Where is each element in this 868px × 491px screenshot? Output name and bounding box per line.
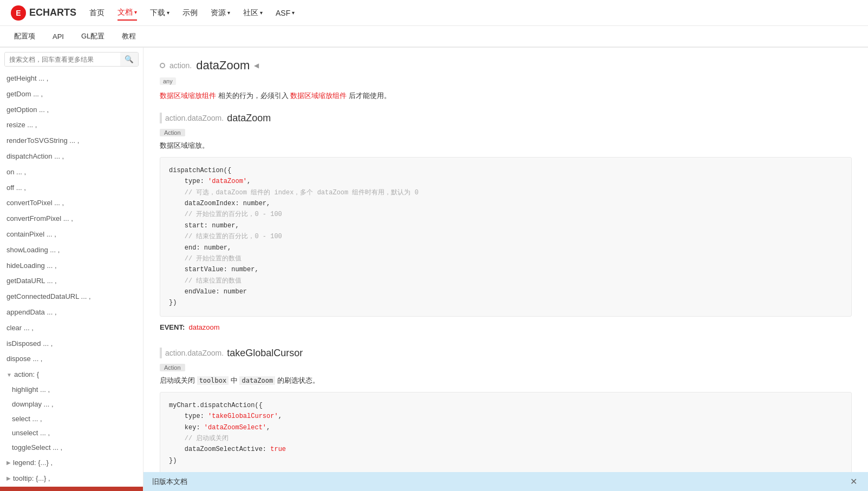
main-title-prefix: action. — [169, 61, 192, 70]
desc-link1[interactable]: 数据区域缩放组件 — [160, 91, 216, 100]
sidebar-item-getDataURL[interactable]: getDataURL ... , — [0, 273, 143, 289]
code-block-2: myChart.dispatchAction({ type: 'takeGlob… — [160, 392, 852, 474]
sidebar: 🔍 getHeight ... , getDom ... , getOption… — [0, 48, 143, 491]
old-version-text: 旧版本文档 — [152, 477, 187, 487]
sidebar-item-downplay[interactable]: downplay ... , — [0, 397, 143, 412]
sidebar-item-hideLoading[interactable]: hideLoading ... , — [0, 258, 143, 274]
sub-prefix-1: action.dataZoom. — [165, 114, 224, 122]
subnav-gl[interactable]: GL配置 — [73, 25, 113, 47]
desc-link2[interactable]: 数据区域缩放组件 — [290, 91, 347, 100]
sidebar-item-isDisposed[interactable]: isDisposed ... , — [0, 336, 143, 352]
nav-community[interactable]: 社区 — [243, 6, 263, 20]
nav-home[interactable]: 首页 — [89, 6, 105, 20]
toggle-icon-tooltip: ▶ — [6, 474, 11, 483]
logo[interactable]: E ECHARTS — [11, 5, 76, 21]
sidebar-item-legend[interactable]: ▶ legend: {...} , — [0, 455, 143, 471]
top-nav: E ECHARTS 首页 文档 下载 示例 资源 社区 ASF — [0, 0, 868, 26]
subnav-tutorial[interactable]: 教程 — [113, 25, 145, 47]
sub-section-header-1: action.dataZoom. dataZoom — [160, 113, 852, 124]
search-input[interactable] — [5, 53, 120, 66]
code-block-1: dispatchAction({ type: 'dataZoom', // 可选… — [160, 157, 852, 317]
sidebar-item-convertToPixel[interactable]: convertToPixel ... , — [0, 195, 143, 211]
sub-section-header-2: action.dataZoom. takeGlobalCursor — [160, 348, 852, 359]
sidebar-item-toggleSelect[interactable]: toggleSelect ... , — [0, 441, 143, 455]
content-area: action. dataZoom ◀ any 数据区域缩放组件 相关的行为，必须… — [143, 48, 868, 491]
sidebar-item-on[interactable]: on ... , — [0, 165, 143, 180]
section-dot — [160, 63, 165, 68]
sidebar-item-highlight[interactable]: highlight ... , — [0, 383, 143, 397]
sidebar-item-dataZoom[interactable]: ▶ dataZoom: {...} , — [0, 487, 143, 491]
sub-section-datazoom: action.dataZoom. dataZoom Action 数据区域缩放。… — [160, 113, 852, 331]
sidebar-item-getDom[interactable]: getDom ... , — [0, 87, 143, 102]
sub-nav: 配置项 API GL配置 教程 — [0, 26, 868, 48]
sidebar-item-resize[interactable]: resize ... , — [0, 117, 143, 133]
toggle-icon-legend: ▶ — [6, 459, 11, 467]
sidebar-item-dispatchAction[interactable]: dispatchAction ... , — [0, 149, 143, 165]
sub-name-1: dataZoom — [227, 113, 271, 124]
nav-download[interactable]: 下载 — [150, 6, 169, 20]
action-badge-2: Action — [160, 364, 185, 371]
toggle-icon: ▼ — [6, 371, 12, 379]
sidebar-item-tooltip[interactable]: ▶ tooltip: {...} , — [0, 471, 143, 487]
event-link[interactable]: datazoom — [188, 323, 219, 331]
logo-icon: E — [11, 5, 26, 21]
sub-name-2: takeGlobalCursor — [227, 348, 303, 359]
main-description: 数据区域缩放组件 相关的行为，必须引入 数据区域缩放组件 后才能使用。 — [160, 90, 852, 102]
sub-section-takeGlobalCursor: action.dataZoom. takeGlobalCursor Action… — [160, 348, 852, 474]
sidebar-item-getHeight[interactable]: getHeight ... , — [0, 71, 143, 87]
subnav-api[interactable]: API — [44, 25, 73, 47]
sidebar-item-action[interactable]: ▼ action: { — [0, 367, 143, 383]
sidebar-item-containPixel[interactable]: containPixel ... , — [0, 227, 143, 243]
sidebar-item-clear[interactable]: clear ... , — [0, 320, 143, 336]
subnav-config[interactable]: 配置项 — [5, 25, 44, 47]
event-line: EVENT: datazoom — [160, 323, 852, 331]
event-label: EVENT: — [160, 323, 185, 331]
old-version-bar: 旧版本文档 ✕ — [143, 472, 868, 491]
section-title-bar: action. dataZoom ◀ — [160, 58, 852, 73]
search-button[interactable]: 🔍 — [120, 53, 138, 66]
sub-desc-2: 启动或关闭 toolbox 中 dataZoom 的刷选状态。 — [160, 376, 852, 385]
sub-section-line-2 — [160, 348, 162, 358]
sidebar-item-unselect[interactable]: unselect ... , — [0, 426, 143, 441]
sidebar-item-getOption[interactable]: getOption ... , — [0, 102, 143, 118]
nav-asf[interactable]: ASF — [276, 6, 295, 19]
sidebar-item-showLoading[interactable]: showLoading ... , — [0, 243, 143, 258]
sidebar-item-tooltip-label: tooltip: {...} , — [13, 473, 50, 485]
sidebar-item-appendData[interactable]: appendData ... , — [0, 305, 143, 320]
type-badge: any — [160, 77, 176, 85]
nav-docs[interactable]: 文档 — [118, 5, 137, 21]
logo-text: ECHARTS — [29, 7, 76, 18]
nav-resources[interactable]: 资源 — [211, 6, 230, 20]
sidebar-item-action-label: action: { — [14, 369, 39, 381]
old-version-close[interactable]: ✕ — [848, 476, 859, 487]
action-badge-1: Action — [160, 129, 185, 136]
search-box[interactable]: 🔍 — [4, 52, 139, 67]
sidebar-item-convertFromPixel[interactable]: convertFromPixel ... , — [0, 211, 143, 227]
layout: 🔍 getHeight ... , getDom ... , getOption… — [0, 48, 868, 491]
sub-section-line — [160, 113, 162, 123]
sidebar-item-legend-label: legend: {...} , — [13, 457, 53, 469]
sidebar-item-off[interactable]: off ... , — [0, 180, 143, 196]
main-title-name: dataZoom — [196, 58, 250, 73]
collapse-arrow[interactable]: ◀ — [254, 62, 259, 69]
sidebar-item-getConnectedDataURL[interactable]: getConnectedDataURL ... , — [0, 289, 143, 305]
nav-examples[interactable]: 示例 — [182, 6, 198, 20]
sidebar-item-renderToSVGString[interactable]: renderToSVGString ... , — [0, 133, 143, 149]
sub-desc-1: 数据区域缩放。 — [160, 141, 852, 150]
sidebar-item-dispose[interactable]: dispose ... , — [0, 351, 143, 367]
sidebar-item-select[interactable]: select ... , — [0, 412, 143, 427]
sub-prefix-2: action.dataZoom. — [165, 349, 224, 357]
sidebar-item-dataZoom-label: dataZoom: {...} , — [13, 489, 63, 491]
